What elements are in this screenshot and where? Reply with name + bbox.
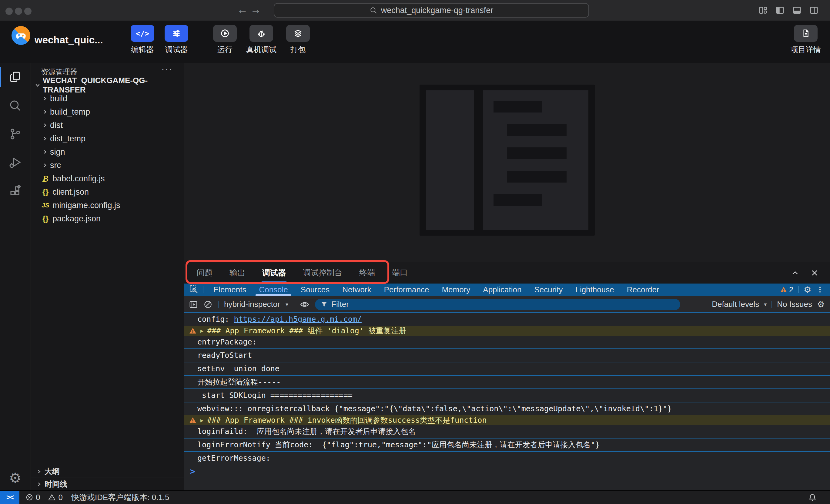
problems-status[interactable]: 0 0 (26, 493, 63, 502)
expand-caret-icon[interactable]: ▶ (200, 417, 203, 423)
chevron-up-icon[interactable] (791, 269, 800, 278)
more-actions-icon[interactable]: ··· (161, 63, 173, 74)
devtools-tab-memory[interactable]: Memory (435, 284, 477, 296)
tab-ports[interactable]: 端口 (392, 267, 408, 278)
git-branch-icon (9, 128, 22, 140)
funnel-icon (320, 301, 328, 308)
project-details-button[interactable]: 项目详情 (785, 25, 827, 55)
section-outline[interactable]: 大纲 (31, 465, 184, 478)
console-settings-gear-icon[interactable]: ⚙ (817, 299, 825, 309)
sidebar-item-source-control[interactable] (0, 120, 30, 148)
console-log-line: setEnv union done (184, 363, 830, 376)
tree-folder-build-temp[interactable]: build_temp (31, 105, 184, 119)
settings-gear-icon[interactable]: ⚙ (0, 470, 30, 486)
no-issues-label[interactable]: No Issues (777, 300, 812, 309)
toggle-sidebar-icon[interactable] (775, 6, 785, 15)
kebab-menu-icon[interactable] (816, 286, 824, 293)
tree-file-client-json[interactable]: {} client.json (31, 185, 184, 199)
filter-input[interactable]: Filter (315, 299, 680, 310)
package-button[interactable]: 打包 (277, 25, 319, 55)
devtools-tab-sources[interactable]: Sources (294, 284, 336, 296)
tree-folder-src[interactable]: src (31, 159, 184, 172)
devtools-tab-bar: Elements Console Sources Network Perform… (184, 284, 830, 296)
files-icon (9, 71, 22, 84)
chevron-right-icon (41, 122, 48, 129)
activity-bar: ⚙ (0, 63, 30, 490)
devtools-tab-recorder[interactable]: Recorder (620, 284, 666, 296)
traffic-light-zoom[interactable] (24, 8, 32, 15)
tab-debugger[interactable]: 调试器 (262, 267, 286, 278)
sidebar-item-extensions[interactable] (0, 177, 30, 205)
section-timeline[interactable]: 时间线 (31, 478, 184, 490)
ide-version-label: 快游戏IDE客户端版本: 0.1.5 (71, 492, 169, 503)
project-name: wechat_quic... (35, 34, 103, 46)
forward-arrow-icon[interactable]: → (250, 4, 261, 16)
devtools-tab-console[interactable]: Console (253, 284, 294, 296)
app-logo (11, 26, 30, 45)
tab-debug-console[interactable]: 调试控制台 (303, 267, 342, 278)
chevron-down-icon: ▾ (286, 301, 288, 308)
sidebar-item-search[interactable] (0, 91, 30, 120)
devtools-tab-network[interactable]: Network (336, 284, 377, 296)
warnings-badge[interactable]: 2 (780, 285, 793, 294)
explorer-sidebar: 资源管理器 ··· WECHAT_QUICKGAME-QG-TRANSFER b… (31, 63, 184, 490)
expand-caret-icon[interactable]: ▶ (200, 328, 203, 334)
console-sidebar-icon[interactable] (189, 300, 198, 309)
warning-triangle-icon (189, 327, 197, 335)
json-icon: {} (40, 187, 51, 197)
console-link[interactable]: https://api.h5game.g.mi.com/ (234, 315, 361, 323)
search-input[interactable]: wechat_quickgame-qg-transfer (274, 3, 589, 18)
remote-indicator[interactable]: >< (0, 491, 20, 504)
tree-file-babel-config[interactable]: B babel.config.js (31, 172, 184, 185)
devtools-tab-security[interactable]: Security (528, 284, 569, 296)
tree-folder-dist[interactable]: dist (31, 119, 184, 132)
titlebar: ← → wechat_quickgame-qg-transfer (0, 0, 830, 21)
devtools-tab-performance[interactable]: Performance (378, 284, 436, 296)
tune-icon (171, 29, 181, 38)
sidebar-item-run-debug[interactable] (0, 148, 30, 177)
back-arrow-icon[interactable]: ← (237, 4, 248, 16)
skeleton-bar (493, 194, 542, 206)
babel-icon: B (40, 174, 51, 184)
console-log-line: readyToStart (184, 349, 830, 363)
sidebar-item-explorer[interactable] (0, 63, 30, 91)
console-warning-line[interactable]: ▶ ### App Framework ### 组件 'dialog' 被重复注… (184, 326, 830, 336)
preview-stage (184, 63, 830, 262)
inspect-element-icon[interactable] (189, 284, 199, 296)
run-button[interactable]: 运行 (204, 25, 246, 55)
customize-layout-icon[interactable] (759, 6, 768, 15)
live-expression-eye-icon[interactable] (300, 300, 310, 309)
tab-problems[interactable]: 问题 (197, 267, 213, 278)
devtools-tab-lighthouse[interactable]: Lighthouse (569, 284, 620, 296)
preview-left-panel (426, 90, 474, 230)
device-debug-button[interactable]: 真机调试 (240, 25, 283, 55)
tree-root[interactable]: WECHAT_QUICKGAME-QG-TRANSFER (31, 78, 184, 92)
debugger-button[interactable]: 调试器 (155, 25, 198, 55)
log-levels-dropdown[interactable]: Default levels (712, 300, 759, 309)
console-prompt[interactable]: > (184, 465, 830, 478)
tree-folder-dist-temp[interactable]: dist_temp (31, 132, 184, 145)
play-circle-icon (220, 29, 230, 38)
tab-output[interactable]: 输出 (229, 267, 245, 278)
tree-file-package-json[interactable]: {} package.json (31, 212, 184, 225)
chevron-down-icon: ▾ (764, 301, 767, 308)
toggle-secondary-sidebar-icon[interactable] (809, 6, 819, 15)
devtools-settings-gear-icon[interactable]: ⚙ (804, 285, 811, 295)
tab-terminal[interactable]: 终端 (359, 267, 375, 278)
toggle-panel-icon[interactable] (792, 6, 801, 15)
skeleton-bar (507, 171, 567, 183)
clear-console-icon[interactable] (203, 300, 213, 309)
context-selector[interactable]: hybrid-inspector (224, 300, 280, 309)
devtools-tab-elements[interactable]: Elements (207, 284, 253, 296)
traffic-light-minimize[interactable] (15, 8, 22, 15)
console-log-line: config: https://api.h5game.g.mi.com/ (184, 313, 830, 326)
close-icon[interactable] (810, 269, 819, 278)
devtools-tab-application[interactable]: Application (477, 284, 528, 296)
tree-file-minigame-config[interactable]: JS minigame.config.js (31, 199, 184, 212)
console-warning-line[interactable]: ▶ ### App Framework ### invoke函数的回调参数suc… (184, 415, 830, 425)
skeleton-bar (507, 124, 567, 136)
search-icon (9, 99, 22, 112)
traffic-light-close[interactable] (5, 8, 13, 15)
tree-folder-sign[interactable]: sign (31, 145, 184, 159)
notifications-bell-icon[interactable] (808, 493, 817, 502)
